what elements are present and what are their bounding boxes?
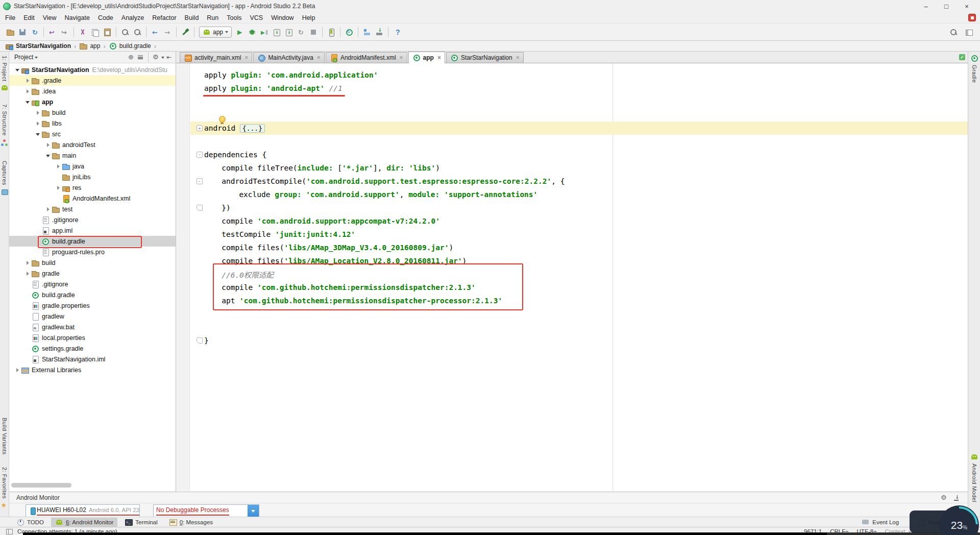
tree-item-gradlew[interactable]: gradlew — [9, 311, 176, 322]
panels-button[interactable] — [963, 26, 975, 38]
toolwindow-button-terminal[interactable]: Terminal — [120, 518, 161, 527]
tree-item-local-properties[interactable]: local.properties — [9, 332, 176, 343]
code-line-8[interactable]: -androidTestCompile('com.android.support… — [176, 175, 968, 188]
menu-edit[interactable]: Edit — [19, 13, 39, 22]
menu-tools[interactable]: Tools — [223, 13, 246, 22]
folded-region-chip[interactable]: {...} — [240, 124, 265, 133]
tree-item-gradle[interactable]: gradle — [9, 268, 176, 279]
tree-item-build-gradle[interactable]: build.gradle — [9, 289, 176, 300]
tree-item-idea[interactable]: .idea — [9, 86, 176, 96]
minimize-button[interactable]: – — [916, 0, 936, 12]
code-editor[interactable]: apply plugin: 'com.android.application'a… — [176, 63, 968, 491]
paste-button[interactable] — [101, 26, 113, 38]
tree-item-app-iml[interactable]: app.iml — [9, 225, 176, 236]
sync-button[interactable] — [29, 26, 41, 38]
stop-button[interactable] — [307, 26, 320, 38]
profile-button[interactable] — [271, 26, 283, 38]
maximize-button[interactable]: □ — [936, 0, 957, 12]
sdk-button[interactable] — [373, 26, 385, 38]
code-line-13[interactable]: compile files('libs/AMap_3DMap_V3.4.0_20… — [176, 241, 968, 254]
tab-activity-main-xml[interactable]: activity_main.xml× — [180, 52, 252, 63]
menu-view[interactable]: View — [39, 13, 61, 22]
strip-tab-1-project[interactable]: 1: Project — [1, 56, 9, 92]
tree-expand-arrow-icon[interactable] — [14, 368, 21, 372]
tree-collapse-arrow-icon[interactable] — [44, 154, 52, 157]
menu-vcs[interactable]: VCS — [246, 13, 267, 22]
tree-collapse-arrow-icon[interactable] — [34, 132, 41, 136]
code-line-19[interactable] — [176, 321, 968, 334]
coverage-button[interactable] — [258, 26, 271, 38]
open-button[interactable] — [4, 26, 16, 38]
code-line-0[interactable]: apply plugin: 'com.android.application' — [176, 68, 968, 82]
tree-expand-arrow-icon[interactable] — [44, 207, 52, 211]
avd-button[interactable] — [325, 26, 337, 38]
back-button[interactable] — [149, 26, 161, 38]
toolwindow-button-event-log[interactable]: Event Log — [857, 518, 903, 527]
tree-expand-arrow-icon[interactable] — [24, 89, 31, 93]
run-config-select[interactable]: app — [199, 27, 232, 38]
tree-item-gradle[interactable]: .gradle — [9, 75, 176, 86]
tree-collapse-arrow-icon[interactable] — [14, 68, 21, 71]
tree-item-proguard-rules-pro[interactable]: proguard-rules.pro — [9, 247, 176, 257]
save-button[interactable] — [16, 26, 29, 38]
minimize-panel-icon[interactable] — [952, 494, 961, 502]
dropdown-button[interactable] — [248, 504, 259, 518]
code-line-4[interactable]: +android {...} — [176, 121, 968, 135]
tab-androidmanifest-xml[interactable]: AndroidManifest.xml× — [326, 52, 407, 63]
menu-file[interactable]: File — [1, 13, 19, 22]
close-icon[interactable]: × — [317, 54, 321, 61]
strip-tab-android-model[interactable]: Android Model — [970, 453, 978, 502]
code-line-5[interactable] — [176, 135, 968, 148]
tree-item-src[interactable]: src — [9, 129, 176, 139]
tree-expand-arrow-icon[interactable] — [24, 272, 31, 276]
restart-button[interactable] — [295, 26, 307, 38]
code-line-6[interactable]: -dependencies { — [176, 148, 968, 161]
dropdown-button[interactable] — [139, 504, 140, 518]
tree-expand-arrow-icon[interactable] — [55, 164, 62, 168]
tab-app[interactable]: app× — [408, 52, 445, 63]
tab-mainactivity-java[interactable]: MainActivity.java× — [253, 52, 325, 63]
menu-window[interactable]: Window — [267, 13, 298, 22]
menu-help[interactable]: Help — [298, 13, 320, 22]
redo-button[interactable] — [59, 26, 71, 38]
strip-tab-2-favorites[interactable]: 2: Favorites — [1, 467, 9, 509]
tree-item-main[interactable]: main — [9, 150, 176, 161]
code-line-10[interactable]: }) — [176, 201, 968, 214]
menu-refactor[interactable]: Refactor — [148, 13, 180, 22]
tree-item-build[interactable]: build — [9, 257, 176, 268]
locate-icon[interactable] — [127, 53, 135, 61]
close-icon[interactable]: × — [244, 54, 248, 61]
fold-marker-icon[interactable]: - — [197, 152, 203, 158]
breadcrumb-item-starstarnavigation[interactable]: StarStarNavigation — [5, 42, 71, 50]
tree-item-jnilibs[interactable]: jniLibs — [9, 172, 176, 182]
tree-item-build-gradle[interactable]: build.gradle — [9, 236, 176, 247]
tree-collapse-arrow-icon[interactable] — [24, 100, 31, 104]
breadcrumb-item-build-gradle[interactable]: build.gradle — [109, 42, 151, 50]
menu-navigate[interactable]: Navigate — [61, 13, 94, 22]
tree-expand-arrow-icon[interactable] — [34, 121, 41, 126]
horizontal-scrollbar[interactable] — [11, 483, 71, 488]
help-button[interactable] — [391, 26, 403, 38]
tree-expand-arrow-icon[interactable] — [24, 261, 31, 265]
close-icon[interactable]: × — [516, 54, 520, 61]
code-line-2[interactable] — [176, 95, 968, 108]
tree-item-build[interactable]: build — [9, 107, 176, 118]
tree-item-java[interactable]: java — [9, 161, 176, 172]
toolwindow-button-0-messages[interactable]: 0: Messages — [165, 518, 217, 527]
tree-item-external-libraries[interactable]: External Libraries — [9, 364, 176, 375]
code-line-7[interactable]: compile fileTree(include: ['*.jar'], dir… — [176, 161, 968, 175]
code-line-20[interactable]: } — [176, 334, 968, 347]
fold-marker-icon[interactable]: - — [197, 178, 203, 184]
search-button[interactable] — [947, 26, 960, 38]
menu-analyze[interactable]: Analyze — [117, 13, 148, 22]
run-button[interactable] — [234, 26, 246, 38]
strip-tab-captures[interactable]: Captures — [1, 161, 9, 196]
menu-build[interactable]: Build — [181, 13, 203, 22]
tree-item-androidtest[interactable]: androidTest — [9, 139, 176, 150]
fold-marker-icon[interactable]: + — [197, 125, 203, 131]
close-button[interactable]: × — [957, 0, 977, 12]
code-line-9[interactable]: exclude group: 'com.android.support', mo… — [176, 188, 968, 201]
inspection-status-icon[interactable] — [959, 54, 965, 60]
device-select[interactable]: HUAWEI H60-L02 Android 6.0, API 23 — [26, 504, 140, 518]
intention-bulb-icon[interactable] — [219, 116, 226, 123]
